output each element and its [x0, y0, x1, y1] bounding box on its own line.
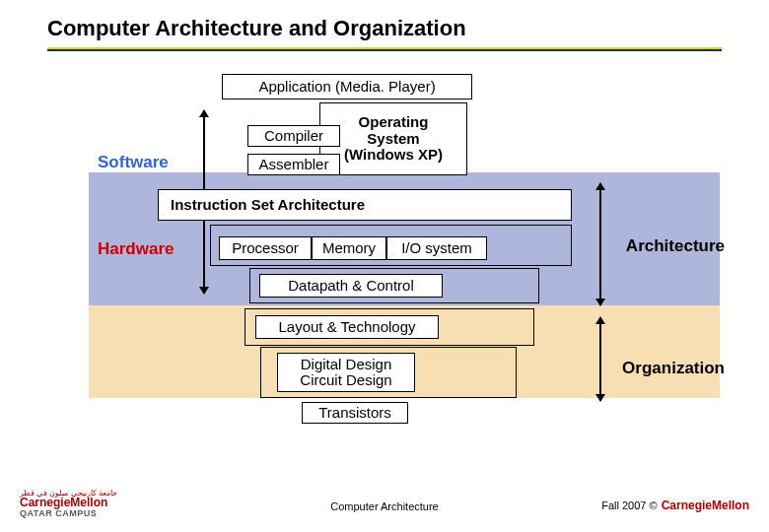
application-box: Application (Media. Player): [222, 74, 472, 100]
slide-title: Computer Architecture and Organization: [47, 16, 466, 41]
cm-logo-right: CarnegieMellon: [662, 499, 749, 512]
hardware-label: Hardware: [98, 239, 174, 259]
isa-box: Instruction Set Architecture: [158, 189, 572, 221]
slide: Computer Architecture and Organization S…: [0, 0, 769, 532]
footer-right: Fall 2007 © CarnegieMellon: [601, 499, 749, 512]
assembler-box: Assembler: [247, 154, 340, 175]
hw-group-box: [210, 225, 572, 266]
os-box: Operating System (Windows XP): [319, 102, 467, 175]
compiler-box: Compiler: [247, 125, 340, 147]
software-label: Software: [98, 153, 169, 172]
architecture-arrow: [599, 183, 601, 305]
digital-outer: [260, 347, 517, 398]
layout-outer: [245, 308, 534, 346]
organization-label: Organization: [622, 359, 725, 378]
organization-arrow: [599, 317, 601, 401]
transistors-box: Transistors: [302, 402, 408, 424]
architecture-label: Architecture: [626, 236, 725, 256]
footer-term: Fall 2007 ©: [601, 499, 657, 511]
datapath-outer: [249, 268, 539, 303]
title-underline: [47, 47, 722, 51]
